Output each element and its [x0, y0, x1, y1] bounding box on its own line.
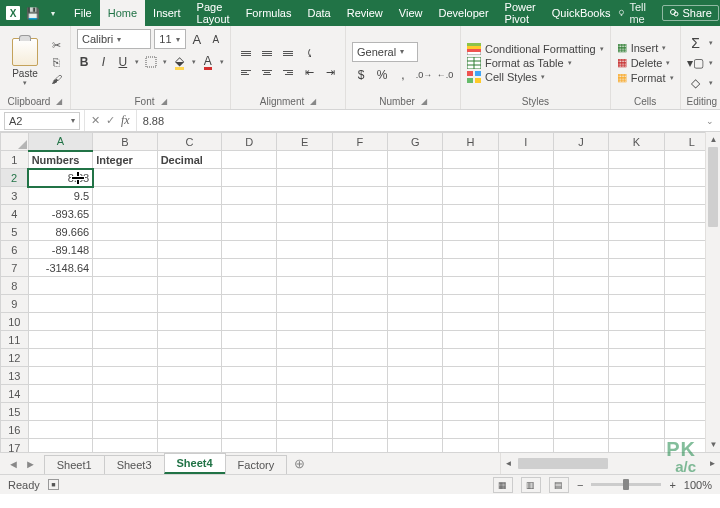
- cell-F16[interactable]: [332, 421, 387, 439]
- cell-J13[interactable]: [553, 367, 608, 385]
- cell-C15[interactable]: [157, 403, 222, 421]
- cell-J7[interactable]: [553, 259, 608, 277]
- cell-G9[interactable]: [388, 295, 443, 313]
- cell-A17[interactable]: [28, 439, 93, 453]
- cell-J6[interactable]: [553, 241, 608, 259]
- increase-font-button[interactable]: A: [189, 30, 205, 48]
- clipboard-dialog-launcher[interactable]: ◢: [56, 97, 62, 106]
- conditional-formatting-button[interactable]: Conditional Formatting▾: [467, 43, 604, 55]
- cell-I7[interactable]: [498, 259, 553, 277]
- cell-G2[interactable]: [388, 169, 443, 187]
- cell-H17[interactable]: [443, 439, 498, 453]
- cell-B14[interactable]: [93, 385, 158, 403]
- cell-A15[interactable]: [28, 403, 93, 421]
- row-header-10[interactable]: 10: [1, 313, 29, 331]
- cell-B2[interactable]: [93, 169, 158, 187]
- row-header-12[interactable]: 12: [1, 349, 29, 367]
- cut-button[interactable]: ✂: [48, 38, 64, 52]
- cell-H4[interactable]: [443, 205, 498, 223]
- number-format-combo[interactable]: General▾: [352, 42, 418, 62]
- cell-E17[interactable]: [277, 439, 332, 453]
- cell-B10[interactable]: [93, 313, 158, 331]
- cell-I13[interactable]: [498, 367, 553, 385]
- accounting-format-button[interactable]: $: [352, 66, 370, 84]
- cell-K17[interactable]: [609, 439, 664, 453]
- cell-J16[interactable]: [553, 421, 608, 439]
- cell-G11[interactable]: [388, 331, 443, 349]
- cell-F12[interactable]: [332, 349, 387, 367]
- tab-formulas[interactable]: Formulas: [238, 0, 300, 26]
- cell-I3[interactable]: [498, 187, 553, 205]
- column-header-J[interactable]: J: [553, 133, 608, 151]
- format-painter-button[interactable]: 🖌: [48, 72, 64, 86]
- new-sheet-button[interactable]: ⊕: [286, 453, 313, 474]
- font-dialog-launcher[interactable]: ◢: [161, 97, 167, 106]
- cell-E2[interactable]: [277, 169, 332, 187]
- cell-E13[interactable]: [277, 367, 332, 385]
- vertical-scroll-thumb[interactable]: [708, 147, 718, 227]
- fill-color-button[interactable]: ⬙: [172, 53, 186, 71]
- cell-A12[interactable]: [28, 349, 93, 367]
- expand-formula-bar-button[interactable]: ⌄: [700, 116, 720, 126]
- cell-F8[interactable]: [332, 277, 387, 295]
- align-top-button[interactable]: [237, 45, 255, 61]
- cell-J4[interactable]: [553, 205, 608, 223]
- formula-input[interactable]: 8.88: [137, 115, 700, 127]
- cell-A11[interactable]: [28, 331, 93, 349]
- zoom-level[interactable]: 100%: [684, 479, 712, 491]
- chevron-down-icon[interactable]: ▾: [135, 58, 139, 66]
- cell-A16[interactable]: [28, 421, 93, 439]
- cell-A3[interactable]: 9.5: [28, 187, 93, 205]
- column-header-A[interactable]: A: [28, 133, 93, 151]
- cell-E3[interactable]: [277, 187, 332, 205]
- cell-D11[interactable]: [222, 331, 277, 349]
- cell-G15[interactable]: [388, 403, 443, 421]
- cell-B13[interactable]: [93, 367, 158, 385]
- cell-B1[interactable]: Integer: [93, 151, 158, 169]
- cell-C2[interactable]: [157, 169, 222, 187]
- bold-button[interactable]: B: [77, 53, 91, 71]
- cell-D3[interactable]: [222, 187, 277, 205]
- align-center-button[interactable]: [258, 64, 276, 80]
- row-header-5[interactable]: 5: [1, 223, 29, 241]
- sheet-tab-factory[interactable]: Factory: [225, 455, 288, 474]
- cell-H11[interactable]: [443, 331, 498, 349]
- fill-button[interactable]: ▾▢: [687, 54, 705, 72]
- cell-I15[interactable]: [498, 403, 553, 421]
- copy-button[interactable]: ⎘: [48, 55, 64, 69]
- cell-H10[interactable]: [443, 313, 498, 331]
- cell-I16[interactable]: [498, 421, 553, 439]
- cell-G6[interactable]: [388, 241, 443, 259]
- cell-I10[interactable]: [498, 313, 553, 331]
- cell-H6[interactable]: [443, 241, 498, 259]
- tab-quickbooks[interactable]: QuickBooks: [544, 0, 619, 26]
- format-cells-button[interactable]: ▦Format▾: [617, 71, 674, 84]
- cell-I2[interactable]: [498, 169, 553, 187]
- cell-F5[interactable]: [332, 223, 387, 241]
- cell-K8[interactable]: [609, 277, 664, 295]
- chevron-down-icon[interactable]: ▾: [192, 58, 196, 66]
- cell-E14[interactable]: [277, 385, 332, 403]
- cell-J1[interactable]: [553, 151, 608, 169]
- sheet-tab-sheet4[interactable]: Sheet4: [164, 453, 226, 474]
- cell-E6[interactable]: [277, 241, 332, 259]
- cell-F14[interactable]: [332, 385, 387, 403]
- cell-F13[interactable]: [332, 367, 387, 385]
- cell-G3[interactable]: [388, 187, 443, 205]
- borders-button[interactable]: [144, 53, 158, 71]
- paste-dropdown-icon[interactable]: ▾: [23, 79, 27, 87]
- cell-F1[interactable]: [332, 151, 387, 169]
- cell-J8[interactable]: [553, 277, 608, 295]
- cell-A9[interactable]: [28, 295, 93, 313]
- alignment-dialog-launcher[interactable]: ◢: [310, 97, 316, 106]
- cell-A6[interactable]: -89.148: [28, 241, 93, 259]
- cell-D16[interactable]: [222, 421, 277, 439]
- cell-E4[interactable]: [277, 205, 332, 223]
- cell-H13[interactable]: [443, 367, 498, 385]
- delete-cells-button[interactable]: ▦Delete▾: [617, 56, 674, 69]
- cell-B8[interactable]: [93, 277, 158, 295]
- row-header-8[interactable]: 8: [1, 277, 29, 295]
- worksheet-grid[interactable]: ABCDEFGHIJKL1 Numbers Integer Decimal28.…: [0, 132, 720, 452]
- paste-button[interactable]: Paste ▾: [6, 38, 44, 87]
- cell-I17[interactable]: [498, 439, 553, 453]
